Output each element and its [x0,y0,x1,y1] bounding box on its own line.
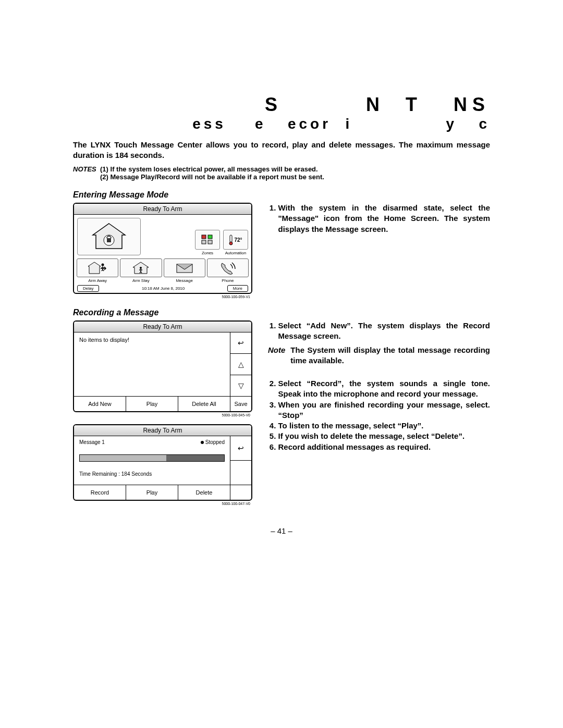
time-remaining: Time Remaining : 184 Seconds [79,471,225,477]
arm-away-label: Arm Away [88,278,107,283]
note-label: Note [268,345,285,366]
phone-button[interactable] [207,258,249,277]
step-b1: Select “Add New”. The system displays th… [278,320,491,342]
play-button[interactable]: Play [126,485,178,500]
status-dot-icon [201,441,204,444]
record-button[interactable]: Record [74,485,126,500]
message-label: Message [176,278,192,283]
message-list-empty: No items to display! [74,332,230,396]
screen-message-list-title: Ready To Arm [74,322,251,332]
screen-home-title: Ready To Arm [74,204,251,215]
blank-button [230,461,251,485]
thermometer-icon: 72° [229,234,242,245]
automation-button[interactable]: 72° [223,230,248,250]
triangle-up-icon: △ [238,360,244,368]
notes-label: NOTES [73,165,96,173]
play-button[interactable]: Play [126,397,178,411]
save-button[interactable]: Save [230,397,251,411]
message-button[interactable] [164,258,205,277]
delete-button[interactable]: Delete [178,485,230,500]
screen-message-list: Ready To Arm No items to display! ↩ △ ▽ … [73,320,252,412]
figure-id-3: 5000-100-047-V0 [73,502,252,505]
screen-record-title: Ready To Arm [74,425,251,436]
arm-stay-label: Arm Stay [132,278,150,283]
back-button[interactable]: ↩ [230,436,251,461]
grid-icon [201,234,214,245]
step-a1: With the system in the disarmed state, s… [278,203,491,235]
title-line-2: ess e ecor i y c [73,116,490,132]
house-unlock-icon [91,223,127,251]
blank-cell [230,485,251,500]
home-armed-status-tile[interactable] [77,218,141,255]
svg-rect-5 [202,240,206,244]
zones-label: Zones [202,251,213,255]
arm-stay-button[interactable] [120,258,162,277]
step-b3: When you are finished recording your mes… [278,400,491,421]
svg-rect-3 [202,235,206,239]
page-title-block: S N T NS ess e ecor i y c [73,94,490,132]
more-button[interactable]: More [227,285,248,292]
phone-label: Phone [222,278,234,283]
delete-all-button[interactable]: Delete All [178,397,230,411]
timestamp: 10:18 AM June 8, 2010 [142,286,185,291]
message-name: Message 1 [79,439,105,445]
title-line-1: S N T NS [73,94,490,116]
svg-point-8 [229,242,232,245]
envelope-icon [176,262,193,274]
screen-record-message: Ready To Arm Message 1 Stopped Time Rema… [73,424,252,501]
progress-bar [79,454,225,462]
svg-marker-9 [88,262,101,274]
scroll-down-button[interactable]: ▽ [230,375,251,396]
svg-point-12 [140,267,142,269]
message-status: Stopped [201,439,225,445]
delay-button[interactable]: Delay [77,285,99,292]
section-entering-message-mode: Entering Message Mode [73,190,490,200]
svg-rect-6 [208,240,212,244]
zones-button[interactable] [195,230,220,250]
intro-paragraph: The LYNX Touch Message Center allows you… [73,140,490,160]
section-recording-a-message: Recording a Message [73,308,490,317]
back-button[interactable]: ↩ [230,332,251,354]
step-b6: Record additional messages as required. [278,442,491,452]
step-b5: If you wish to delete the message, selec… [278,431,491,441]
triangle-down-icon: ▽ [238,381,244,390]
arm-away-button[interactable] [77,258,118,277]
house-away-icon [87,261,108,275]
svg-rect-4 [208,235,212,239]
phone-sound-icon [219,261,237,275]
screen-home: Ready To Arm [73,203,252,294]
notes-block: NOTES (1) If the system loses electrical… [73,165,490,181]
automation-label: Automation [225,251,246,255]
svg-point-10 [102,264,104,266]
back-arrow-icon: ↩ [238,339,244,347]
note-1: (1) If the system loses electrical power… [100,165,324,173]
add-new-button[interactable]: Add New [74,397,126,411]
house-stay-icon [132,261,150,275]
step-b2: Select “Record”, the system sounds a sin… [278,378,491,400]
note-text: The System will display the total messag… [290,345,490,366]
svg-rect-7 [230,235,232,242]
figure-id-1: 5000-100-059-V1 [73,295,252,299]
step-b4: To listen to the message, select “Play”. [278,421,491,431]
svg-rect-2 [107,238,111,242]
page-number: – 41 – [73,526,490,535]
figure-id-2: 5000-100-045-V0 [73,413,252,417]
scroll-up-button[interactable]: △ [230,354,251,375]
note-2: (2) Message Play/Record will not be avai… [100,173,324,181]
back-arrow-icon: ↩ [238,444,244,452]
